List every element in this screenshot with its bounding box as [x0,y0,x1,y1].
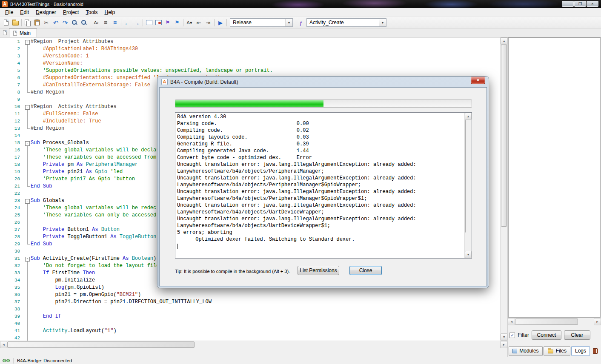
device-log-view[interactable] [508,37,601,318]
autocomplete-icon[interactable]: A› [92,18,101,27]
fold-toggle-icon[interactable] [24,255,31,262]
menu-project[interactable]: Project [60,9,82,16]
log-book-icon[interactable] [591,346,600,355]
scroll-down-icon[interactable]: ▼ [465,251,472,258]
scroll-left-icon[interactable]: ◄ [0,341,7,348]
close-window-button[interactable]: × [587,1,598,7]
scrollbar-thumb[interactable] [7,341,195,348]
fold-toggle-icon[interactable] [24,103,31,111]
bridge-status-text: B4A-Bridge: Disconnected [17,358,72,363]
scrollbar-track[interactable] [465,120,472,251]
fold-margin [24,154,31,161]
fold-toggle-icon[interactable] [24,139,31,147]
scroll-left-icon[interactable]: ◄ [508,318,515,325]
menu-help[interactable]: Help [101,9,118,16]
fold-margin [24,60,31,67]
code-line[interactable]: 36 pin21 = pm.OpenGpio("BCM21") [0,291,500,299]
menu-designer[interactable]: Designer [32,9,60,16]
menu-edit[interactable]: Edit [17,9,32,16]
run-icon[interactable]: ▶ [216,18,225,27]
dialog-close-icon[interactable]: × [471,77,485,84]
line-number: 2 [0,46,24,53]
line-tools-icon[interactable]: ≡ [101,18,110,27]
cut-icon[interactable]: ✂ [42,18,51,27]
sub-navigator-select[interactable]: Activity_Create ▼ [306,18,386,27]
line-number: 18 [0,161,24,168]
code-line[interactable]: 38 [0,306,500,313]
compile-dialog-titlebar[interactable]: A B4A - Compile (Build: Default) × [159,77,487,87]
compile-log-text[interactable]: B4A version 4.30 Parsing code. 0.00 Comp… [177,114,463,257]
line-number: 11 [0,111,24,118]
paste-icon[interactable] [32,18,42,27]
compile-log-scrollbar[interactable]: ▲ ▼ [464,113,472,258]
new-file-icon[interactable] [1,18,11,27]
designer-script-icon[interactable] [154,18,163,27]
bookmark-blue-icon[interactable]: ⚑ [172,18,182,27]
code-line[interactable]: 40 [0,320,500,327]
line-number: 19 [0,168,24,176]
compile-log-box: B4A version 4.30 Parsing code. 0.00 Comp… [175,112,472,259]
code-line[interactable]: 1#Region Project Attributes [0,38,500,46]
window-titlebar[interactable]: A B4A430TestThings - Basic4android – ❐ × [0,0,601,8]
open-project-icon[interactable] [11,18,20,27]
minimize-button[interactable]: – [562,1,574,7]
editor-horizontal-scrollbar[interactable]: ◄ ► [0,341,507,348]
toolbar-separator [214,19,215,26]
scroll-up-icon[interactable]: ▲ [465,113,472,120]
editor-vertical-scrollbar[interactable]: ▲ ▼ [500,37,507,341]
scroll-right-icon[interactable]: ► [594,318,601,325]
fold-toggle-icon[interactable] [24,38,31,46]
scroll-down-icon[interactable]: ▼ [501,333,507,341]
menu-tools[interactable]: Tools [82,9,101,16]
code-line[interactable]: 3 #VersionCode: 1 [0,53,500,60]
scrollbar-track[interactable] [7,341,500,348]
fold-margin [24,335,31,341]
menu-file[interactable]: File [2,9,17,16]
fold-margin [24,74,31,82]
code-line[interactable]: 4 #VersionName: [0,60,500,67]
open-designer-icon[interactable] [144,18,154,27]
code-line[interactable]: 39 End If [0,313,500,320]
format-code-icon[interactable]: ≡ [110,18,120,27]
tab-modules[interactable]: Modules [509,346,542,356]
copy-icon[interactable] [23,18,32,27]
indent-icon[interactable]: ⇥ [203,18,213,27]
scrollbar-thumb[interactable] [465,120,466,233]
tab-logs[interactable]: Logs [571,346,590,356]
scrollbar-thumb[interactable] [501,45,507,227]
redo-icon[interactable]: ↷ [60,18,70,27]
clear-button[interactable]: Clear [564,330,590,340]
outdent-icon[interactable]: ⇤ [194,18,203,27]
connect-button[interactable]: Connect [532,330,561,340]
code-line[interactable]: 37 pin21.Direction = pin21.DIRECTION_OUT… [0,299,500,306]
list-permissions-button[interactable]: List Permissions [298,266,339,275]
chevron-down-icon: ▼ [379,19,386,26]
code-line[interactable]: 2 #ApplicationLabel: B4AThings430 [0,46,500,53]
toolbar-separator [226,19,227,26]
line-number: 13 [0,125,24,132]
navigate-forward-icon[interactable]: → [132,18,141,27]
code-line[interactable]: 41 Activity.LoadLayout("1") [0,327,500,335]
bookmark-purple-icon[interactable]: ⚑ [163,18,172,27]
code-line[interactable]: 42 [0,335,500,341]
scroll-up-icon[interactable]: ▲ [501,37,507,45]
undo-icon[interactable]: ↶ [51,18,60,27]
scroll-right-icon[interactable]: ► [500,341,507,348]
line-number: 22 [0,190,24,197]
scrollbar-track[interactable] [501,45,507,333]
scrollbar-track[interactable] [515,318,594,325]
build-configuration-select[interactable]: Release ▼ [230,18,293,27]
code-line[interactable]: 5 'SupportedOrientations possible values… [0,67,500,74]
find-in-files-icon[interactable] [79,18,89,27]
font-icon[interactable]: A▾ [185,18,194,27]
tab-files[interactable]: Files [544,346,570,356]
log-horizontal-scrollbar[interactable]: ◄ ► [508,318,601,325]
find-icon[interactable] [70,18,79,27]
fold-toggle-icon[interactable] [24,197,31,205]
close-compile-button[interactable]: Close [349,266,382,275]
tab-main[interactable]: Main [9,28,37,37]
filter-checkbox[interactable]: ✓ [509,333,515,338]
navigate-back-icon[interactable]: ← [123,18,132,27]
maximize-button[interactable]: ❐ [574,1,586,7]
scrollbar-thumb[interactable] [515,318,578,325]
